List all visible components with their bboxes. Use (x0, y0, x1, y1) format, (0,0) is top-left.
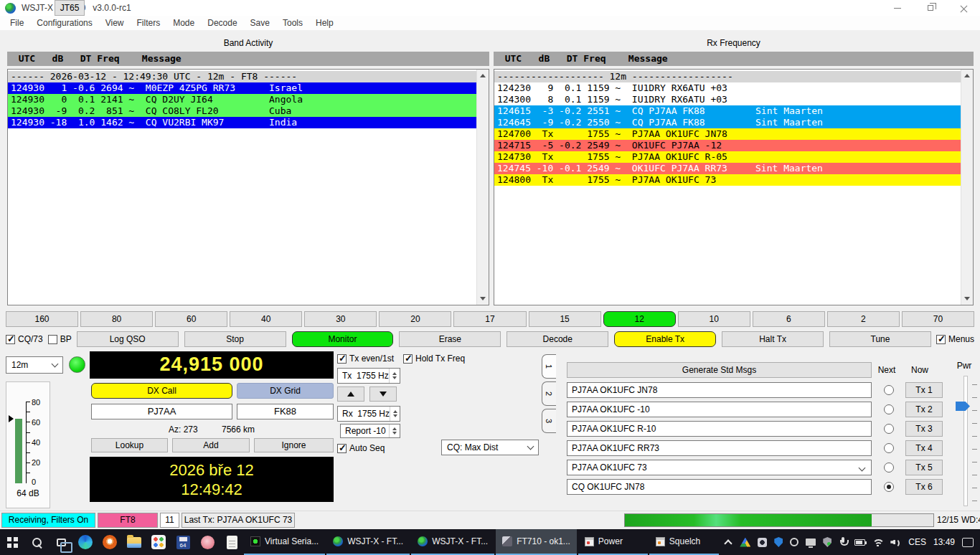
browser-icon[interactable] (98, 529, 122, 555)
control-button[interactable]: Log QSO (77, 331, 179, 347)
auto-seq-checkbox[interactable]: Auto Seq (337, 443, 385, 453)
ignore-button[interactable]: Ignore (254, 438, 334, 452)
rx-frequency-scrollbar[interactable] (961, 70, 973, 305)
taskbar-window-button[interactable]: WSJT-X - FT... (411, 529, 494, 555)
band-select[interactable]: 12m (6, 356, 63, 374)
menu-item[interactable]: Help (309, 18, 340, 28)
message-input[interactable]: PJ7AA OK1UFC 73 (567, 460, 872, 475)
next-radio[interactable] (884, 463, 894, 473)
bp-checkbox-box[interactable] (48, 335, 57, 344)
cq73-checkbox-box[interactable] (6, 335, 15, 344)
dx-call-button[interactable]: DX Call (91, 383, 232, 399)
decode-row[interactable]: 124745 -10 -0.1 2549 ~ OK1UFC PJ7AA RR73… (494, 163, 961, 174)
next-radio[interactable] (884, 424, 894, 434)
decode-row[interactable]: 124730 Tx 1755 ~ PJ7AA OK1UFC R-05 (494, 151, 961, 163)
taskbar-window-button[interactable]: FT710 - ok1... (496, 529, 577, 555)
menu-item[interactable]: Configurations (30, 18, 98, 28)
file-explorer-icon[interactable] (122, 529, 146, 555)
app-grid-icon[interactable] (146, 529, 171, 555)
notepad-icon[interactable] (220, 529, 244, 555)
decode-row[interactable]: 124715 -5 -0.2 2549 ~ OK1UFC PJ7AA -12 (494, 140, 961, 151)
menu-item[interactable]: File (4, 18, 30, 28)
close-button[interactable] (947, 0, 980, 16)
menu-item[interactable]: View (99, 18, 131, 28)
hold-tx-checkbox[interactable]: Hold Tx Freq (403, 354, 465, 364)
wifi-icon[interactable] (872, 539, 883, 546)
edge-icon[interactable] (73, 529, 98, 555)
decode-row[interactable]: 124930 0 0.1 2141 ~ CQ D2UY JI64 Angola (8, 94, 476, 105)
band-button[interactable]: 10 (678, 311, 750, 327)
start-icon[interactable] (0, 529, 24, 555)
spinner-arrows[interactable] (389, 424, 400, 437)
taskbar-window-button[interactable]: WSJT-X - FT... (326, 529, 410, 555)
menu-item[interactable]: Filters (131, 18, 167, 28)
clock[interactable]: 13:49 (933, 537, 955, 547)
message-input[interactable]: PJ7AA OK1UFC JN78 (567, 382, 872, 398)
tray-app-icon[interactable] (758, 538, 767, 547)
tx-freq-spinner[interactable]: Tx 1755 Hz (337, 368, 400, 384)
next-radio[interactable] (884, 482, 894, 492)
mode-button[interactable]: JT65 (55, 0, 85, 16)
spin-down-icon[interactable] (393, 414, 397, 417)
restore-button[interactable] (914, 0, 947, 16)
control-button[interactable]: Enable Tx (614, 331, 716, 347)
spin-down-icon[interactable] (392, 432, 397, 435)
decode-row[interactable]: 124615 -3 -0.2 2551 ~ CQ PJ7AA FK88 Sint… (494, 105, 961, 117)
message-input[interactable]: CQ OK1UFC JN78 (567, 479, 872, 495)
scroll-down-icon[interactable] (964, 297, 970, 300)
control-button[interactable]: Halt Tx (722, 331, 824, 347)
decode-row[interactable]: 124800 Tx 1755 ~ PJ7AA OK1UFC 73 (494, 174, 961, 186)
battery-icon[interactable] (854, 539, 865, 546)
tx-freq-up-button[interactable] (337, 386, 364, 402)
cq73-checkbox[interactable]: CQ/73 (6, 334, 43, 344)
message-input[interactable]: PJ7AA OK1UFC RR73 (567, 440, 872, 456)
message-input[interactable]: PJ7AA OK1UFC R-10 (567, 421, 872, 437)
tx-now-button[interactable]: Tx 2 (905, 402, 943, 417)
decode-row[interactable]: 124930 1 -0.6 2694 ~ M0EZP 4Z5PG RR73 Is… (8, 82, 476, 94)
auto-seq-checkbox-box[interactable] (337, 444, 347, 453)
band-button[interactable]: 15 (529, 311, 601, 327)
dx-grid-input[interactable]: FK88 (237, 404, 334, 419)
dx-grid-button[interactable]: DX Grid (237, 383, 334, 399)
tx-now-button[interactable]: Tx 1 (905, 382, 943, 398)
spin-up-icon[interactable] (392, 372, 397, 375)
generate-std-msgs-button[interactable]: Generate Std Msgs (567, 362, 872, 378)
menu-item[interactable]: Mode (166, 18, 201, 28)
dx-call-input[interactable]: PJ7AA (91, 404, 232, 419)
band-button[interactable]: 160 (6, 311, 78, 327)
report-spinner[interactable]: Report -10 (340, 424, 400, 438)
spin-up-icon[interactable] (393, 410, 397, 413)
onedrive-icon[interactable] (790, 538, 798, 546)
band-button[interactable]: 60 (155, 311, 227, 327)
decode-row[interactable]: 124930 -18 1.0 1462 ~ CQ VU2RBI MK97 Ind… (8, 117, 476, 128)
tray-expand-icon[interactable] (724, 538, 732, 546)
band-button[interactable]: 2 (827, 311, 900, 327)
wsjt-utility-icon[interactable] (171, 529, 195, 555)
spin-up-icon[interactable] (392, 427, 397, 430)
tx-now-button[interactable]: Tx 5 (905, 460, 943, 475)
decode-row[interactable]: 124300 8 0.1 1159 ~ IU1DRY RX6ATU +03 (494, 94, 961, 105)
hold-tx-checkbox-box[interactable] (403, 354, 413, 364)
band-button[interactable]: 70 (902, 311, 974, 327)
spinner-arrows[interactable] (390, 407, 400, 421)
control-button[interactable]: Monitor (292, 331, 394, 347)
pwr-slider-handle[interactable] (956, 402, 970, 411)
menu-item[interactable]: Decode (201, 18, 243, 28)
tab-2[interactable]: 2 (542, 381, 556, 406)
scroll-down-icon[interactable] (480, 297, 486, 300)
decode-row[interactable]: 124230 9 0.1 1159 ~ IU1DRY RX6ATU +03 (494, 82, 961, 94)
tx-freq-down-button[interactable] (369, 386, 397, 402)
spin-down-icon[interactable] (392, 376, 397, 379)
lookup-button[interactable]: Lookup (91, 438, 168, 452)
menu-item[interactable]: Tools (276, 18, 309, 28)
tx-now-button[interactable]: Tx 6 (905, 479, 943, 495)
volume-icon[interactable] (890, 538, 901, 546)
menus-checkbox-box[interactable] (936, 335, 946, 344)
cq-mode-select[interactable]: CQ: Max Dist (441, 440, 539, 455)
band-button[interactable]: 30 (304, 311, 377, 327)
bp-checkbox[interactable]: BP (48, 334, 72, 344)
next-radio[interactable] (884, 404, 894, 414)
scroll-up-icon[interactable] (480, 74, 486, 77)
tx-now-button[interactable]: Tx 4 (905, 440, 943, 456)
security-shield-icon[interactable] (774, 537, 783, 547)
